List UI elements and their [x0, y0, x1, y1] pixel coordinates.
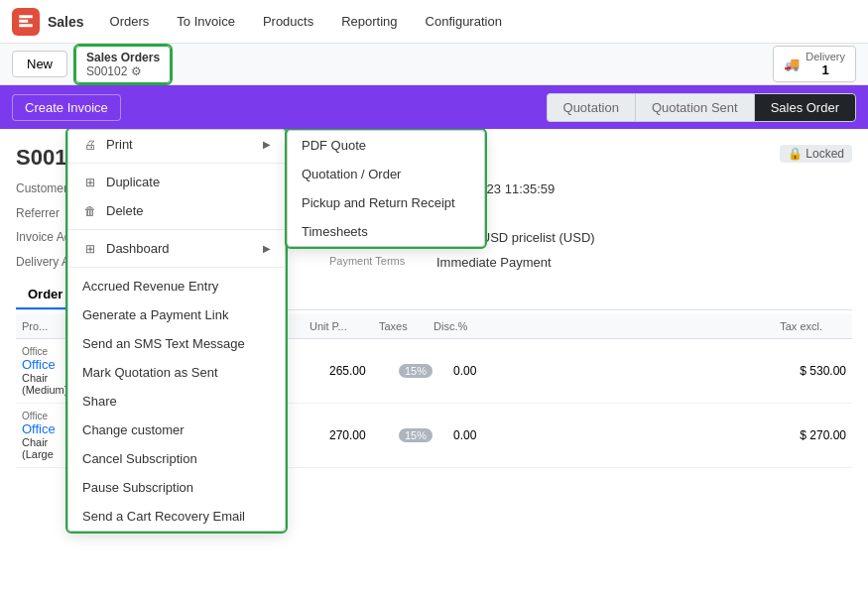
row1-category: Office Office Chair (Medium): [16, 343, 75, 399]
menu-sms[interactable]: Send an SMS Text Message: [68, 329, 285, 358]
print-arrow: ▶: [263, 139, 271, 150]
create-invoice-button[interactable]: Create Invoice: [12, 94, 121, 121]
col-unit-price: Unit P...: [304, 317, 373, 335]
recurrence-value: [436, 203, 852, 223]
nav-reporting[interactable]: Reporting: [331, 10, 407, 33]
status-quotation-sent[interactable]: Quotation Sent: [635, 93, 754, 122]
menu-payment-link[interactable]: Generate a Payment Link: [68, 300, 285, 329]
menu-separator-1: [68, 163, 285, 164]
row2-unit-price: 270.00: [323, 425, 393, 445]
menu-share[interactable]: Share: [68, 387, 285, 416]
row1-p: [294, 368, 323, 374]
breadcrumb-bar: New Sales Orders S00102 ⚙ 🚚 Delivery 1: [0, 44, 868, 85]
col-taxes: Taxes: [373, 317, 428, 335]
new-button[interactable]: New: [12, 51, 67, 77]
delivery-info: Delivery 1: [806, 51, 845, 77]
status-bar: Quotation Quotation Sent Sales Order: [547, 93, 856, 122]
sub-header: Create Invoice Quotation Quotation Sent …: [0, 85, 868, 129]
delivery-button[interactable]: 🚚 Delivery 1: [773, 46, 856, 82]
submenu: PDF Quote Quotation / Order Pickup and R…: [287, 130, 485, 247]
submenu-timesheets[interactable]: Timesheets: [288, 217, 484, 246]
breadcrumb-sub: S00102: [86, 64, 127, 78]
nav-configuration[interactable]: Configuration: [416, 10, 512, 33]
col-disc: Disc.%: [428, 317, 482, 335]
breadcrumb-link[interactable]: Sales Orders S00102 ⚙: [75, 46, 171, 83]
app-icon: [12, 8, 40, 36]
menu-duplicate[interactable]: ⊞ Duplicate: [68, 168, 285, 196]
col-tax-excl: Tax excl.: [482, 317, 828, 335]
duplicate-icon: ⊞: [82, 176, 98, 189]
status-quotation[interactable]: Quotation: [547, 93, 635, 122]
row1-taxes: 15%: [393, 361, 447, 381]
trash-icon: 🗑: [82, 204, 98, 218]
dashboard-arrow: ▶: [263, 243, 271, 254]
submenu-pdf-quote[interactable]: PDF Quote: [288, 131, 484, 160]
menu-delete[interactable]: 🗑 Delete: [68, 196, 285, 225]
order-date-value: 10/18/2023 11:35:59: [436, 179, 852, 199]
row2-product-link[interactable]: Office: [22, 421, 69, 436]
menu-cart-recovery[interactable]: Send a Cart Recovery Email: [68, 502, 285, 531]
top-nav: Sales Orders To Invoice Products Reporti…: [0, 0, 868, 44]
menu-cancel-subscription[interactable]: Cancel Subscription: [68, 444, 285, 473]
print-icon: 🖨: [82, 138, 98, 152]
row2-category: Office Office Chair (Large: [16, 408, 75, 463]
row2-disc: 0.00: [447, 425, 502, 445]
nav-products[interactable]: Products: [253, 10, 323, 33]
col-actions: [828, 317, 852, 335]
menu-separator-3: [68, 267, 285, 268]
pricelist-value: Default USD pricelist (USD): [436, 227, 852, 248]
submenu-pickup-return[interactable]: Pickup and Return Receipt: [288, 188, 484, 217]
dashboard-icon: ⊞: [82, 242, 98, 256]
delivery-icon: 🚚: [784, 57, 800, 71]
main-content: S0010 🔒 Locked Customer Order Date 10/18…: [0, 129, 868, 597]
row1-disc: 0.00: [447, 361, 502, 381]
delivery-label: Delivery: [806, 51, 845, 62]
row1-product-link[interactable]: Office: [22, 357, 69, 372]
delivery-count: 1: [806, 62, 845, 77]
print-wrapper: 🖨 Print ▶ PDF Quote Quotation / Order Pi…: [68, 130, 285, 159]
nav-orders[interactable]: Orders: [100, 10, 160, 33]
app-name: Sales: [48, 14, 84, 30]
print-menu-item[interactable]: 🖨 Print ▶: [68, 130, 285, 159]
menu-separator-2: [68, 229, 285, 230]
menu-accrued-revenue[interactable]: Accrued Revenue Entry: [68, 272, 285, 300]
submenu-quotation-order[interactable]: Quotation / Order: [288, 160, 484, 188]
row2-tax-excl: $ 270.00: [502, 425, 852, 445]
gear-icon[interactable]: ⚙: [131, 64, 142, 78]
locked-badge: 🔒 Locked: [780, 145, 852, 163]
menu-dashboard[interactable]: ⊞ Dashboard ▶: [68, 234, 285, 263]
menu-mark-sent[interactable]: Mark Quotation as Sent: [68, 358, 285, 387]
breadcrumb-content: Sales Orders S00102 ⚙: [86, 51, 160, 78]
menu-change-customer[interactable]: Change customer: [68, 416, 285, 444]
row1-unit-price: 265.00: [323, 361, 393, 381]
nav-to-invoice[interactable]: To Invoice: [167, 10, 245, 33]
row2-taxes: 15%: [393, 425, 447, 445]
dropdown-menu: 🖨 Print ▶ PDF Quote Quotation / Order Pi…: [67, 129, 286, 532]
row1-tax-excl: $ 530.00: [502, 361, 852, 381]
status-sales-order[interactable]: Sales Order: [754, 93, 856, 122]
row2-p: [294, 432, 323, 438]
col-product: Pro...: [16, 317, 75, 335]
payment-terms-value: Immediate Payment: [436, 252, 852, 273]
breadcrumb-label: Sales Orders: [86, 51, 160, 64]
payment-terms-label: Payment Terms: [329, 252, 429, 273]
menu-pause-subscription[interactable]: Pause Subscription: [68, 473, 285, 502]
